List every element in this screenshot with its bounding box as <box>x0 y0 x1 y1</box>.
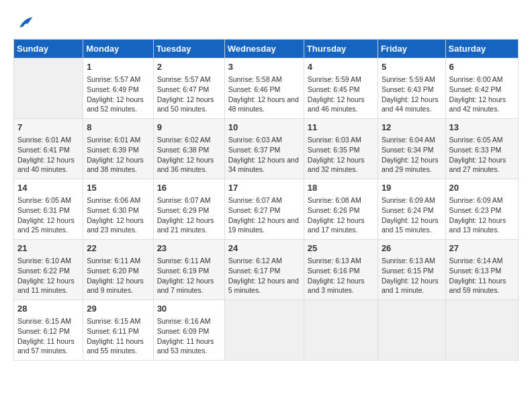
daylight-text: Daylight: 12 hours and 27 minutes. <box>449 156 506 174</box>
calendar-cell <box>14 58 83 119</box>
calendar-cell: 26Sunrise: 6:13 AMSunset: 6:15 PMDayligh… <box>378 240 445 300</box>
sunrise-text: Sunrise: 6:01 AM <box>17 136 71 144</box>
day-number: 25 <box>308 242 374 255</box>
daylight-text: Daylight: 12 hours and 3 minutes. <box>308 277 365 295</box>
day-number: 5 <box>382 61 442 73</box>
calendar-header: SundayMondayTuesdayWednesdayThursdayFrid… <box>14 40 519 58</box>
sunrise-text: Sunrise: 6:02 AM <box>157 136 211 144</box>
sunrise-text: Sunrise: 6:06 AM <box>87 196 140 204</box>
daylight-text: Daylight: 12 hours and 13 minutes. <box>449 216 506 234</box>
calendar-cell: 14Sunrise: 6:05 AMSunset: 6:31 PMDayligh… <box>14 179 83 240</box>
daylight-text: Daylight: 11 hours and 57 minutes. <box>17 337 75 355</box>
daylight-text: Daylight: 12 hours and 42 minutes. <box>449 95 506 113</box>
sunset-text: Sunset: 6:34 PM <box>382 146 434 154</box>
day-number: 7 <box>17 122 79 134</box>
daylight-text: Daylight: 12 hours and 44 minutes. <box>382 95 439 113</box>
day-number: 6 <box>449 61 515 73</box>
calendar-cell: 16Sunrise: 6:07 AMSunset: 6:29 PMDayligh… <box>153 179 224 240</box>
daylight-text: Daylight: 12 hours and 50 minutes. <box>157 95 214 113</box>
header-day-thursday: Thursday <box>304 40 378 58</box>
daylight-text: Daylight: 12 hours and 7 minutes. <box>157 277 214 295</box>
day-number: 3 <box>228 61 300 73</box>
day-number: 9 <box>157 122 221 134</box>
calendar-cell <box>224 300 304 361</box>
sunrise-text: Sunrise: 5:57 AM <box>87 75 140 83</box>
day-number: 4 <box>308 61 374 73</box>
calendar-cell <box>304 300 378 361</box>
day-number: 28 <box>17 303 79 315</box>
calendar-cell: 2Sunrise: 5:57 AMSunset: 6:47 PMDaylight… <box>153 58 224 119</box>
sunrise-text: Sunrise: 6:05 AM <box>17 196 71 204</box>
sunrise-text: Sunrise: 6:07 AM <box>157 196 211 204</box>
calendar-cell: 27Sunrise: 6:14 AMSunset: 6:13 PMDayligh… <box>445 240 518 300</box>
calendar-cell: 18Sunrise: 6:08 AMSunset: 6:26 PMDayligh… <box>304 179 378 240</box>
day-number: 21 <box>17 242 79 255</box>
sunset-text: Sunset: 6:29 PM <box>157 206 210 214</box>
sunset-text: Sunset: 6:49 PM <box>87 85 139 93</box>
daylight-text: Daylight: 12 hours and 29 minutes. <box>382 156 439 174</box>
daylight-text: Daylight: 12 hours and 34 minutes. <box>228 156 299 174</box>
calendar-cell: 30Sunrise: 6:16 AMSunset: 6:09 PMDayligh… <box>153 300 224 361</box>
calendar-cell: 12Sunrise: 6:04 AMSunset: 6:34 PMDayligh… <box>378 119 445 179</box>
sunrise-text: Sunrise: 6:16 AM <box>157 317 211 325</box>
sunset-text: Sunset: 6:43 PM <box>382 85 434 93</box>
sunset-text: Sunset: 6:35 PM <box>308 146 360 154</box>
sunrise-text: Sunrise: 6:13 AM <box>308 257 361 265</box>
sunset-text: Sunset: 6:46 PM <box>228 85 281 93</box>
daylight-text: Daylight: 12 hours and 48 minutes. <box>228 95 299 113</box>
sunset-text: Sunset: 6:22 PM <box>17 267 70 275</box>
day-number: 15 <box>87 182 149 194</box>
sunrise-text: Sunrise: 6:15 AM <box>17 317 71 325</box>
sunrise-text: Sunrise: 6:03 AM <box>308 136 361 144</box>
sunset-text: Sunset: 6:39 PM <box>87 146 139 154</box>
sunrise-text: Sunrise: 6:04 AM <box>382 136 435 144</box>
daylight-text: Daylight: 12 hours and 46 minutes. <box>308 95 365 113</box>
sunrise-text: Sunrise: 6:09 AM <box>449 196 503 204</box>
daylight-text: Daylight: 12 hours and 38 minutes. <box>87 156 144 174</box>
calendar-cell: 10Sunrise: 6:03 AMSunset: 6:37 PMDayligh… <box>224 119 304 179</box>
sunrise-text: Sunrise: 6:10 AM <box>17 257 71 265</box>
daylight-text: Daylight: 11 hours and 53 minutes. <box>157 337 214 355</box>
calendar-cell: 7Sunrise: 6:01 AMSunset: 6:41 PMDaylight… <box>14 119 83 179</box>
calendar-week-3: 14Sunrise: 6:05 AMSunset: 6:31 PMDayligh… <box>14 179 519 240</box>
calendar-cell: 22Sunrise: 6:11 AMSunset: 6:20 PMDayligh… <box>83 240 153 300</box>
sunset-text: Sunset: 6:11 PM <box>87 327 139 335</box>
sunrise-text: Sunrise: 6:14 AM <box>449 257 503 265</box>
calendar-cell: 8Sunrise: 6:01 AMSunset: 6:39 PMDaylight… <box>83 119 153 179</box>
daylight-text: Daylight: 12 hours and 1 minute. <box>382 277 439 295</box>
sunrise-text: Sunrise: 6:13 AM <box>382 257 435 265</box>
calendar-cell: 20Sunrise: 6:09 AMSunset: 6:23 PMDayligh… <box>445 179 518 240</box>
sunset-text: Sunset: 6:16 PM <box>308 267 360 275</box>
sunrise-text: Sunrise: 6:07 AM <box>228 196 282 204</box>
calendar-cell: 19Sunrise: 6:09 AMSunset: 6:24 PMDayligh… <box>378 179 445 240</box>
day-number: 24 <box>228 242 300 255</box>
calendar-week-4: 21Sunrise: 6:10 AMSunset: 6:22 PMDayligh… <box>14 240 519 300</box>
sunrise-text: Sunrise: 6:05 AM <box>449 136 503 144</box>
header-row: SundayMondayTuesdayWednesdayThursdayFrid… <box>14 40 519 58</box>
header-day-saturday: Saturday <box>445 40 518 58</box>
logo-bird-icon <box>15 13 34 32</box>
day-number: 22 <box>87 242 149 255</box>
sunset-text: Sunset: 6:30 PM <box>87 206 139 214</box>
sunset-text: Sunset: 6:31 PM <box>17 206 70 214</box>
sunset-text: Sunset: 6:42 PM <box>449 85 502 93</box>
calendar-cell: 15Sunrise: 6:06 AMSunset: 6:30 PMDayligh… <box>83 179 153 240</box>
sunrise-text: Sunrise: 6:09 AM <box>382 196 435 204</box>
daylight-text: Daylight: 12 hours and 32 minutes. <box>308 156 365 174</box>
daylight-text: Daylight: 12 hours and 52 minutes. <box>87 95 144 113</box>
sunrise-text: Sunrise: 6:01 AM <box>87 136 140 144</box>
logo <box>13 13 34 32</box>
sunset-text: Sunset: 6:12 PM <box>17 327 70 335</box>
page-header <box>13 13 519 32</box>
daylight-text: Daylight: 11 hours and 55 minutes. <box>87 337 144 355</box>
day-number: 10 <box>228 122 300 134</box>
day-number: 12 <box>382 122 442 134</box>
header-day-tuesday: Tuesday <box>153 40 224 58</box>
calendar-cell: 23Sunrise: 6:11 AMSunset: 6:19 PMDayligh… <box>153 240 224 300</box>
sunset-text: Sunset: 6:13 PM <box>449 267 502 275</box>
day-number: 14 <box>17 182 79 194</box>
day-number: 29 <box>87 303 149 315</box>
sunrise-text: Sunrise: 5:57 AM <box>157 75 211 83</box>
day-number: 1 <box>87 61 149 73</box>
sunset-text: Sunset: 6:20 PM <box>87 267 139 275</box>
